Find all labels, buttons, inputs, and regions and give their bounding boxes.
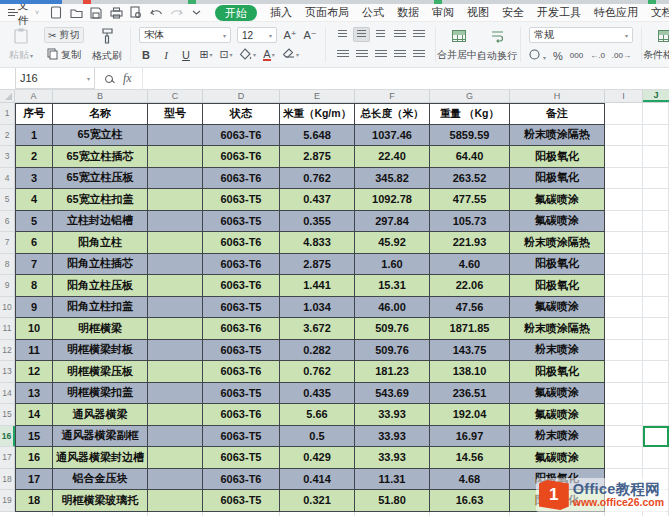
empty-cell[interactable] [643,340,669,362]
empty-cell[interactable] [643,189,669,211]
header-cell-total-length[interactable]: 总长度（米） [355,103,430,125]
tab-review[interactable]: 审阅 [432,5,454,20]
empty-cell[interactable] [643,361,669,383]
row-header[interactable]: 10 [0,297,15,319]
cell-model[interactable] [148,168,203,190]
empty-cell[interactable] [605,361,643,383]
cell-model[interactable] [148,146,203,168]
cell-total-length[interactable]: 33.93 [355,426,430,448]
cell-status[interactable]: 6063-T6 [203,254,280,276]
align-bottom-button[interactable] [372,27,389,42]
decrease-decimal-button[interactable]: .00→ [612,52,631,60]
save-icon[interactable] [89,6,103,20]
column-header-j-selected[interactable]: J [643,90,669,102]
cut-button[interactable]: ✂剪切 [44,27,84,43]
borders-button[interactable]: ⊞▾ [199,47,213,62]
empty-cell[interactable] [643,125,669,147]
empty-cell[interactable] [605,447,643,469]
cell-total-length[interactable]: 46.00 [355,297,430,319]
cell-unit-weight[interactable]: 0.762 [280,361,355,383]
empty-cell[interactable] [605,297,643,319]
cell-unit-weight[interactable]: 1.441 [280,275,355,297]
cell-unit-weight[interactable]: 5.66 [280,404,355,426]
increase-font-button[interactable]: A⁺ [283,28,297,43]
cell-status[interactable]: 6063-T5 [203,447,280,469]
cell-weight[interactable]: 105.73 [430,211,510,233]
cell-total-length[interactable]: 543.69 [355,383,430,405]
cell-name[interactable]: 阳角立柱压板 [53,275,148,297]
column-header-c[interactable]: C [148,90,203,102]
cell-remark[interactable]: 粉末喷涂隔热 [510,125,605,147]
cell-weight[interactable]: 5859.59 [430,125,510,147]
file-menu[interactable]: 文件 ˅ [8,0,39,28]
row-header[interactable]: 12 [0,340,15,362]
font-name-select[interactable]: 宋体▾ [139,27,231,43]
redo-icon[interactable] [169,6,183,20]
column-header-i[interactable]: I [605,90,643,102]
tab-doc-assistant[interactable]: 文档助手 [651,5,669,20]
increase-decimal-button[interactable]: ←.0 [590,52,605,60]
open-folder-icon[interactable] [69,6,83,20]
row-header[interactable]: 17 [0,447,15,469]
cell-status[interactable]: 6063-T6 [203,232,280,254]
cell-weight[interactable]: 1871.85 [430,318,510,340]
insert-function-button[interactable]: fx [123,71,132,86]
tab-developer[interactable]: 开发工具 [537,5,581,20]
cell-unit-weight[interactable]: 1.034 [280,297,355,319]
tab-security[interactable]: 安全 [502,5,524,20]
row-header[interactable]: 13 [0,361,15,383]
conditional-format-button[interactable]: 条件格式▾ [650,25,669,64]
underline-button[interactable]: U [179,47,193,62]
formula-input[interactable] [143,68,669,89]
cell-no[interactable]: 9 [15,297,53,319]
cell-status[interactable]: 6063-T6 [203,361,280,383]
empty-cell[interactable] [605,146,643,168]
cell-no[interactable]: 16 [15,447,53,469]
cell-model[interactable] [148,426,203,448]
cell-no[interactable]: 8 [15,275,53,297]
tab-page-layout[interactable]: 页面布局 [305,5,349,20]
cell-unit-weight[interactable]: 5.648 [280,125,355,147]
document-tab-icon[interactable] [648,0,656,4]
cell-total-length[interactable]: 22.40 [355,146,430,168]
cell-model[interactable] [148,447,203,469]
cell-remark[interactable]: 氟碳喷涂 [510,211,605,233]
header-cell-name[interactable]: 名称 [53,103,148,125]
row-header[interactable]: 3 [0,146,15,168]
cell-weight[interactable]: 16.63 [430,490,510,512]
cell-weight[interactable]: 22.06 [430,275,510,297]
cell-total-length[interactable]: 297.84 [355,211,430,233]
cell-name[interactable]: 明框横梁 [53,318,148,340]
cell-model[interactable] [148,275,203,297]
distribute-button[interactable] [410,47,427,62]
cell-weight[interactable]: 4.60 [430,254,510,276]
header-cell-status[interactable]: 状态 [203,103,280,125]
format-painter-button[interactable]: 格式刷 [92,25,122,64]
cell-remark[interactable]: 阳极氧化 [510,361,605,383]
empty-cell[interactable] [605,404,643,426]
cell-model[interactable] [148,490,203,512]
empty-cell[interactable] [605,189,643,211]
header-cell-model[interactable]: 型号 [148,103,203,125]
column-header-f[interactable]: F [355,90,430,102]
print-icon[interactable] [109,6,123,20]
cell-weight[interactable]: 221.93 [430,232,510,254]
row-header[interactable]: 8 [0,254,15,276]
cell-remark[interactable]: 氟碳喷涂 [510,404,605,426]
active-document-tab[interactable] [0,0,62,4]
new-file-icon[interactable] [49,6,63,20]
cell-remark[interactable]: 阳极氧化 [510,146,605,168]
cell-total-length[interactable]: 33.93 [355,447,430,469]
cell-model[interactable] [148,383,203,405]
font-color-button[interactable]: A▾ [262,47,276,62]
empty-cell[interactable] [643,447,669,469]
empty-cell[interactable] [643,211,669,233]
cell-status[interactable]: 6063-T5 [203,297,280,319]
cell-no[interactable]: 14 [15,404,53,426]
cell-remark[interactable]: 阳极氧化 [510,168,605,190]
cell-total-length[interactable]: 509.76 [355,340,430,362]
row-header[interactable]: 11 [0,318,15,340]
cell-weight[interactable]: 263.52 [430,168,510,190]
empty-cell[interactable] [605,103,643,125]
increase-indent-button[interactable] [410,27,427,42]
